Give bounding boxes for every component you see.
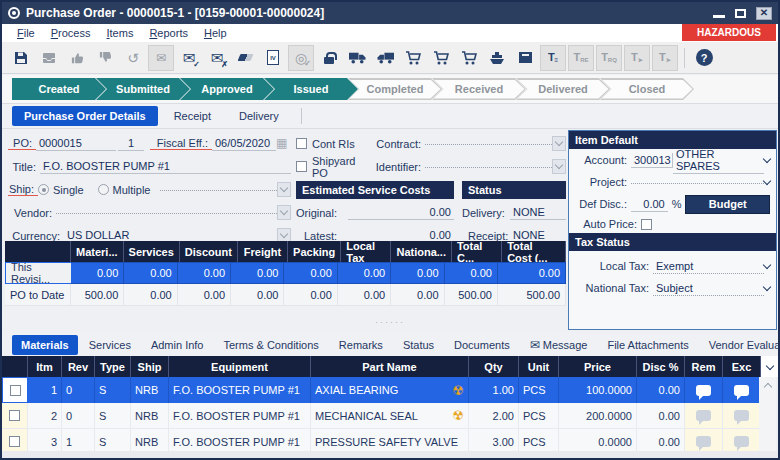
mail-reject-icon[interactable]: ✉✗ xyxy=(204,45,230,71)
remarks-bubble-icon[interactable] xyxy=(696,385,711,396)
col-qty[interactable]: Qty xyxy=(469,356,519,377)
col-itm[interactable]: Itm xyxy=(28,356,62,377)
grid-options-icon[interactable] xyxy=(761,356,778,377)
ship-supply-icon[interactable] xyxy=(484,45,510,71)
col-part-name[interactable]: Part Name xyxy=(311,356,469,377)
cost-row-po-to-date[interactable]: PO to Date 500.00 0.00 0.00 0.00 0.00 0.… xyxy=(5,284,566,306)
send-mail-icon[interactable]: ✉ xyxy=(148,45,174,71)
material-row-1[interactable]: 1 0 S NRB F.O. BOOSTER PUMP #1 AXIAL BEA… xyxy=(2,377,778,403)
inventory-box-icon[interactable] xyxy=(512,45,538,71)
tab-status[interactable]: Status xyxy=(394,335,443,355)
menu-items[interactable]: Items xyxy=(100,26,141,40)
identifier-dropdown-icon[interactable] xyxy=(552,159,566,174)
cost-col-services[interactable]: Services xyxy=(124,241,180,262)
col-rev[interactable]: Rev xyxy=(62,356,95,377)
col-exc[interactable]: Exc xyxy=(723,356,761,377)
undo-history-icon[interactable]: ↺ xyxy=(120,45,146,71)
col-rem[interactable]: Rem xyxy=(685,356,723,377)
project-dropdown-icon[interactable] xyxy=(763,176,771,184)
cost-col-total-cost-base[interactable]: Total Cost (... xyxy=(502,241,566,262)
invoice-icon[interactable]: IV xyxy=(260,45,286,71)
account-code-field[interactable]: 300013 xyxy=(631,153,673,168)
cost-col-discount[interactable]: Discount xyxy=(180,241,238,262)
cost-col-local-tax[interactable]: Local Tax xyxy=(341,241,391,262)
po-revision-field[interactable]: 1 xyxy=(118,136,144,151)
tab-materials[interactable]: Materials xyxy=(12,335,78,355)
national-tax-dropdown-icon[interactable] xyxy=(763,282,771,290)
minimize-button[interactable] xyxy=(713,15,725,18)
contract-dropdown-icon[interactable] xyxy=(552,136,566,151)
calendar-icon[interactable]: ▦ xyxy=(276,137,289,150)
cost-row-this-revision[interactable]: This Revisi... 0.00 0.00 0.00 0.00 0.00 … xyxy=(5,262,566,284)
cont-ris-checkbox[interactable] xyxy=(296,138,307,149)
row-1-checkbox[interactable] xyxy=(10,385,21,396)
def-disc-field[interactable]: 0.00 xyxy=(631,197,668,212)
identifier-field[interactable] xyxy=(425,165,552,168)
account-dropdown-icon[interactable] xyxy=(763,154,771,162)
shipyard-po-checkbox[interactable] xyxy=(296,161,307,172)
material-row-2[interactable]: 2 0 S NRB F.O. BOOSTER PUMP #1 MECHANICA… xyxy=(2,403,778,429)
col-equipment[interactable]: Equipment xyxy=(169,356,311,377)
tab-file-attachments[interactable]: File Attachments xyxy=(598,335,697,355)
row-3-checkbox[interactable] xyxy=(9,436,20,447)
exceptions-bubble-icon[interactable] xyxy=(734,385,749,396)
tab-terms-conditions[interactable]: Terms & Conditions xyxy=(214,335,327,355)
cost-col-blank[interactable] xyxy=(5,241,71,262)
verify-icon[interactable]: ◎✓ xyxy=(288,45,314,71)
cart-list-icon[interactable] xyxy=(456,45,482,71)
open-orders-icon[interactable] xyxy=(36,45,62,71)
exceptions-bubble-icon[interactable] xyxy=(734,410,749,421)
account-name-field[interactable]: OTHER SPARES xyxy=(673,147,764,174)
tab-receipt[interactable]: Receipt xyxy=(162,106,223,126)
row-2-checkbox[interactable] xyxy=(9,410,20,421)
remarks-bubble-icon[interactable] xyxy=(696,436,711,447)
cost-col-materials[interactable]: Materi... xyxy=(71,241,124,262)
tab-purchase-order-details[interactable]: Purchase Order Details xyxy=(12,106,158,126)
tab-services[interactable]: Services xyxy=(80,335,140,355)
transaction-rq-icon[interactable]: TRQ xyxy=(596,45,622,71)
remarks-bubble-icon[interactable] xyxy=(696,410,711,421)
po-number-field[interactable]: 0000015 xyxy=(36,136,116,151)
col-ship[interactable]: Ship xyxy=(131,356,169,377)
tab-message[interactable]: ✉Message xyxy=(521,334,597,356)
select-all-column[interactable] xyxy=(2,356,28,377)
reject-icon[interactable] xyxy=(92,45,118,71)
scroll-up-icon[interactable] xyxy=(763,383,771,391)
ship-single-radio[interactable] xyxy=(38,184,49,195)
help-icon[interactable]: ? xyxy=(691,45,717,71)
cost-col-packing[interactable]: Packing xyxy=(288,241,341,262)
vendor-field[interactable] xyxy=(56,211,277,214)
local-tax-dropdown-icon[interactable] xyxy=(763,260,771,268)
ship-multiple-radio[interactable] xyxy=(98,184,109,195)
transaction-po-icon[interactable]: T➤ xyxy=(624,45,650,71)
transaction-re-icon[interactable]: TRE xyxy=(568,45,594,71)
vendor-dropdown-icon[interactable] xyxy=(277,205,291,220)
cost-col-national-tax[interactable]: Nationa... xyxy=(391,241,452,262)
ship-select-field[interactable] xyxy=(160,188,277,191)
menu-reports[interactable]: Reports xyxy=(142,26,195,40)
tab-vendor-evaluation[interactable]: Vendor Evaluation xyxy=(700,335,780,355)
national-tax-field[interactable]: Subject xyxy=(653,281,764,296)
approve-icon[interactable] xyxy=(64,45,90,71)
materials-scrollbar[interactable] xyxy=(759,377,776,456)
col-price[interactable]: Price xyxy=(559,356,637,377)
mail-approve-icon[interactable]: ✉✓ xyxy=(176,45,202,71)
tab-remarks[interactable]: Remarks xyxy=(330,335,392,355)
fiscal-eff-field[interactable]: 06/05/2020 xyxy=(212,136,276,151)
local-tax-field[interactable]: Exempt xyxy=(653,259,764,274)
col-type[interactable]: Type xyxy=(95,356,131,377)
tab-delivery[interactable]: Delivery xyxy=(227,106,291,126)
close-button[interactable]: ✕ xyxy=(756,7,772,20)
budget-button[interactable]: Budget xyxy=(685,195,770,214)
receive-truck-icon[interactable] xyxy=(344,45,370,71)
tab-documents[interactable]: Documents xyxy=(445,335,519,355)
col-disc[interactable]: Disc % xyxy=(637,356,685,377)
exceptions-bubble-icon[interactable] xyxy=(734,436,749,447)
splitter-handle[interactable]: ······ xyxy=(2,317,778,327)
title-field[interactable]: F.O. BOOSTER PUMP #1 xyxy=(40,159,291,174)
contract-field[interactable] xyxy=(425,142,552,145)
cost-col-freight[interactable]: Freight xyxy=(238,241,288,262)
cart-box-icon[interactable] xyxy=(400,45,426,71)
menu-help[interactable]: Help xyxy=(197,26,234,40)
cart-down-icon[interactable] xyxy=(428,45,454,71)
